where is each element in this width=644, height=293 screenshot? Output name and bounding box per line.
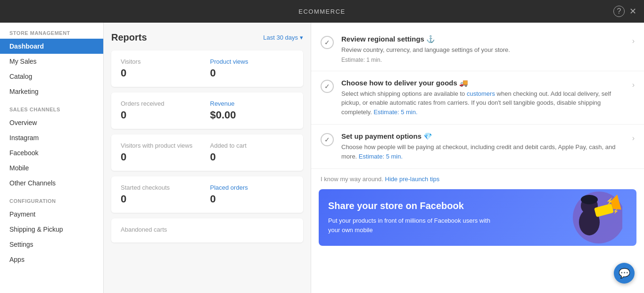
stat-card-product-engagement: Visitors with product views 0 Added to c… [111, 134, 303, 171]
sidebar-item-catalog[interactable]: Catalog [0, 69, 103, 84]
facebook-promo: Share your store on Facebook Put your pr… [319, 189, 636, 246]
bottom-links: I know my way around. Hide pre-launch ti… [311, 169, 644, 189]
sidebar-section-sales-channels: Sales channels [0, 99, 103, 115]
stat-started-checkouts-label: Started checkouts [121, 184, 205, 191]
facebook-promo-desc: Put your products in front of millions o… [328, 216, 493, 234]
stat-visitors-product-views-value: 0 [121, 151, 205, 163]
stat-product-views-label: Product views [210, 58, 294, 65]
sidebar-section-configuration: Configuration [0, 191, 103, 207]
stat-visitors: Visitors 0 [121, 58, 205, 79]
main-layout: Store management Dashboard My Sales Cata… [0, 23, 644, 293]
checklist-item-payment: ✓ Set up payment options 💎 Choose how pe… [311, 125, 644, 169]
reports-header: Reports Last 30 days ▾ [111, 32, 303, 43]
check-circle-regional[interactable]: ✓ [321, 36, 334, 49]
checklist-content-payment: Set up payment options 💎 Choose how peop… [341, 132, 627, 161]
sidebar: Store management Dashboard My Sales Cata… [0, 23, 104, 293]
stat-orders-value: 0 [121, 109, 205, 121]
sidebar-item-other-channels[interactable]: Other Channels [0, 176, 103, 191]
checklist-desc-payment: Choose how people will be paying at chec… [341, 142, 627, 161]
promo-illustration: ⚡ ⚡ [542, 189, 627, 246]
sidebar-section-store-management: Store management [0, 23, 103, 39]
checklist-title-regional: Review regional settings ⚓ [341, 35, 627, 43]
chat-bubble[interactable]: 💬 [614, 263, 635, 284]
stat-revenue: Revenue $0.00 [210, 100, 294, 121]
close-icon[interactable]: ✕ [629, 6, 636, 17]
stat-orders-label: Orders received [121, 100, 205, 107]
sidebar-item-my-sales[interactable]: My Sales [0, 54, 103, 69]
sidebar-item-shipping-pickup[interactable]: Shipping & Pickup [0, 222, 103, 237]
svg-text:⚡: ⚡ [613, 208, 619, 214]
stat-added-to-cart-label: Added to cart [210, 142, 294, 149]
checklist-desc-regional: Review country, currency, and language s… [341, 45, 627, 55]
stat-orders: Orders received 0 [121, 100, 205, 121]
stat-started-checkouts: Started checkouts 0 [121, 184, 205, 205]
checklist-arrow-delivery[interactable]: › [632, 81, 635, 89]
help-icon[interactable]: ? [613, 6, 625, 17]
sidebar-item-payment[interactable]: Payment [0, 207, 103, 222]
top-bar-actions: ? ✕ [613, 6, 636, 17]
stat-visitors-label: Visitors [121, 58, 205, 65]
stat-started-checkouts-value: 0 [121, 193, 205, 205]
stat-placed-orders-value: 0 [210, 193, 294, 205]
right-panel: ✓ Review regional settings ⚓ Review coun… [311, 23, 644, 293]
sidebar-item-settings[interactable]: Settings [0, 237, 103, 252]
svg-text:⚡: ⚡ [606, 197, 614, 205]
sidebar-item-apps[interactable]: Apps [0, 252, 103, 267]
stat-placed-orders: Placed orders 0 [210, 184, 294, 205]
checklist-estimate-regional: Estimate: 1 min. [341, 57, 627, 63]
content-area: Reports Last 30 days ▾ Visitors 0 Produc… [104, 23, 644, 293]
stat-abandoned-carts-label: Abandoned carts [121, 226, 294, 233]
stat-product-views: Product views 0 [210, 58, 294, 79]
stat-visitors-value: 0 [121, 67, 205, 79]
checklist-content-regional: Review regional settings ⚓ Review countr… [341, 35, 627, 63]
sidebar-item-marketing[interactable]: Marketing [0, 84, 103, 99]
stat-added-to-cart-value: 0 [210, 151, 294, 163]
stat-revenue-value: $0.00 [210, 109, 294, 121]
sidebar-item-instagram[interactable]: Instagram [0, 130, 103, 145]
stat-visitors-product-views-label: Visitors with product views [121, 142, 205, 149]
reports-title: Reports [111, 32, 147, 43]
svg-point-2 [581, 195, 598, 204]
stat-card-abandoned-carts: Abandoned carts [111, 218, 303, 243]
sidebar-item-dashboard[interactable]: Dashboard [0, 39, 103, 54]
checklist-desc-delivery: Select which shipping options are availa… [341, 89, 627, 117]
stat-added-to-cart: Added to cart 0 [210, 142, 294, 163]
check-circle-payment[interactable]: ✓ [321, 133, 334, 146]
checklist-title-payment: Set up payment options 💎 [341, 132, 627, 141]
sidebar-item-overview[interactable]: Overview [0, 115, 103, 130]
stat-revenue-label: Revenue [210, 100, 294, 107]
stat-placed-orders-label: Placed orders [210, 184, 294, 191]
app-title: ECOMMERCE [298, 8, 345, 15]
checklist-content-delivery: Choose how to deliver your goods 🚚 Selec… [341, 79, 627, 117]
check-circle-delivery[interactable]: ✓ [321, 80, 334, 93]
checklist-title-delivery: Choose how to deliver your goods 🚚 [341, 79, 627, 87]
stat-product-views-value: 0 [210, 67, 294, 79]
hide-prelaunch-link[interactable]: Hide pre-launch tips [385, 176, 440, 183]
checklist-item-delivery: ✓ Choose how to deliver your goods 🚚 Sel… [311, 71, 644, 125]
sidebar-item-mobile[interactable]: Mobile [0, 160, 103, 176]
stat-card-orders: Orders received 0 Revenue $0.00 [111, 92, 303, 129]
facebook-promo-title: Share your store on Facebook [328, 201, 493, 211]
checklist-item-regional: ✓ Review regional settings ⚓ Review coun… [311, 27, 644, 71]
app-container: ECOMMERCE ? ✕ Store management Dashboard… [0, 0, 644, 293]
stat-card-checkout: Started checkouts 0 Placed orders 0 [111, 176, 303, 213]
reports-panel: Reports Last 30 days ▾ Visitors 0 Produc… [104, 23, 311, 293]
checklist-arrow-regional[interactable]: › [632, 37, 635, 45]
top-bar: ECOMMERCE ? ✕ [0, 0, 644, 23]
stat-card-visitors: Visitors 0 Product views 0 [111, 50, 303, 87]
checklist-arrow-payment[interactable]: › [632, 134, 635, 142]
reports-filter[interactable]: Last 30 days ▾ [263, 34, 303, 41]
sidebar-item-facebook[interactable]: Facebook [0, 145, 103, 160]
stat-visitors-product-views: Visitors with product views 0 [121, 142, 205, 163]
